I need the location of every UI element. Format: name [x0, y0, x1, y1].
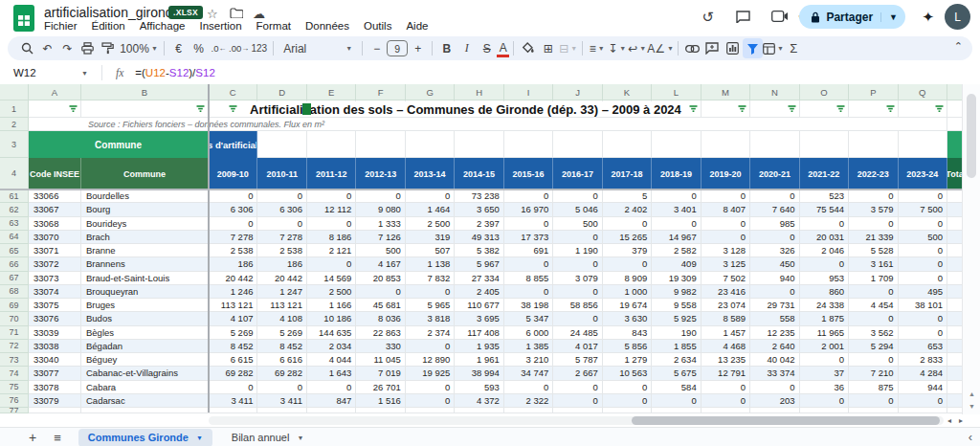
cell-F3[interactable]	[356, 131, 405, 158]
cell-N75[interactable]: 0	[750, 381, 799, 394]
cell-L62[interactable]: 3 401	[652, 203, 701, 216]
cell-Q77[interactable]	[899, 408, 947, 413]
undo-icon[interactable]: ↶	[37, 38, 57, 58]
cell-F69[interactable]: 45 681	[356, 299, 405, 312]
cell-H72[interactable]: 1 935	[455, 340, 503, 353]
cell-K68[interactable]: 1 000	[603, 285, 652, 299]
row-header-69[interactable]: 69	[0, 299, 29, 312]
row-header-70[interactable]: 70	[0, 312, 29, 325]
header-year-2020-21[interactable]: 2020-21	[750, 158, 799, 190]
cell-Q75[interactable]: 944	[899, 381, 947, 394]
col-header-I[interactable]: I	[504, 84, 553, 100]
cell-R64[interactable]	[947, 231, 963, 244]
cell-M74[interactable]: 12 791	[702, 367, 750, 380]
cell-O69[interactable]: 24 338	[800, 299, 849, 312]
cell-A63[interactable]: 33068	[29, 217, 81, 231]
cell-H76[interactable]: 4 372	[455, 394, 503, 408]
col-header-B[interactable]: B	[81, 84, 209, 100]
cell-R69[interactable]	[947, 299, 963, 312]
col-header-H[interactable]: H	[455, 84, 503, 100]
cell-J61[interactable]: 0	[553, 190, 602, 203]
row-header-63[interactable]: 63	[0, 217, 29, 231]
menu-données[interactable]: Données	[305, 20, 349, 32]
filter-icon[interactable]	[196, 104, 205, 113]
cell-M64[interactable]: 0	[702, 231, 750, 244]
cell-I76[interactable]: 2 322	[504, 394, 553, 408]
cell-I62[interactable]: 16 970	[504, 203, 553, 216]
cell-N62[interactable]: 7 640	[750, 203, 799, 216]
cell-P64[interactable]: 21 339	[849, 231, 898, 244]
header-year-2010-11[interactable]: 2010-11	[257, 158, 306, 190]
cell-D70[interactable]: 4 108	[257, 312, 306, 325]
col-header-P[interactable]: P	[849, 84, 898, 100]
cell-I65[interactable]: 691	[504, 244, 553, 257]
cell-I67[interactable]: 8 855	[504, 272, 553, 285]
cell-C70[interactable]: 4 107	[209, 312, 257, 325]
cell-K65[interactable]: 379	[603, 244, 652, 257]
cell-P68[interactable]: 0	[849, 285, 898, 299]
add-sheet-icon[interactable]: +	[29, 430, 36, 445]
cell-C75[interactable]: 0	[209, 381, 257, 394]
cell-N76[interactable]: 203	[750, 394, 799, 408]
cell-J77[interactable]	[553, 408, 602, 413]
cell-I68[interactable]: 0	[504, 285, 553, 299]
header-year-2021-22[interactable]: 2021-22	[800, 158, 849, 190]
currency-format-button[interactable]: €	[168, 38, 189, 58]
decrease-font-button[interactable]: −	[367, 38, 387, 58]
cell-L72[interactable]: 1 855	[652, 340, 701, 353]
cell-J74[interactable]: 2 667	[553, 367, 602, 380]
cell-E70[interactable]: 10 186	[307, 312, 356, 325]
cell-E76[interactable]: 847	[307, 394, 356, 408]
header-year-2018-19[interactable]: 2018-19	[652, 158, 701, 190]
cell-L64[interactable]: 14 967	[652, 231, 701, 244]
menu-insertion[interactable]: Insertion	[199, 20, 241, 32]
cell-P3[interactable]	[849, 131, 898, 158]
cell-J68[interactable]: 0	[553, 285, 602, 299]
cell-L67[interactable]: 19 309	[652, 272, 701, 285]
cell-Q1[interactable]	[899, 100, 947, 118]
cell-B61[interactable]: Bourdelles	[81, 190, 209, 203]
cell-A65[interactable]: 33071	[29, 244, 81, 257]
cell-M3[interactable]	[702, 131, 750, 158]
cell-L74[interactable]: 5 675	[652, 367, 701, 380]
cell-B63[interactable]: Bourideys	[81, 217, 209, 231]
cell-O68[interactable]: 860	[800, 285, 849, 299]
cell-A71[interactable]: 33039	[29, 326, 81, 340]
cell-M62[interactable]: 8 407	[702, 203, 750, 216]
cell-R77[interactable]	[947, 408, 962, 413]
cell-R63[interactable]	[947, 217, 963, 231]
cell-M63[interactable]: 0	[702, 217, 750, 231]
merge-cells-icon[interactable]: ⊟▼	[558, 38, 578, 58]
cell-F73[interactable]: 11 045	[356, 353, 405, 367]
cell-R61[interactable]	[947, 190, 963, 203]
cell-G73[interactable]: 12 890	[406, 353, 455, 367]
cell-I74[interactable]: 34 747	[504, 367, 553, 380]
row-header-67[interactable]: 67	[0, 272, 29, 285]
tab-communes-gironde[interactable]: Communes Gironde ▼	[78, 429, 212, 446]
cell-P74[interactable]: 7 210	[849, 367, 898, 380]
scroll-right-icon[interactable]: ▸	[959, 416, 963, 425]
menu-outils[interactable]: Outils	[364, 20, 391, 32]
increase-font-button[interactable]: +	[408, 38, 428, 58]
version-history-icon[interactable]: ↺	[702, 9, 714, 26]
row-header-3[interactable]: 3	[0, 131, 29, 158]
cell-Q64[interactable]: 500	[899, 231, 947, 244]
cell-K72[interactable]: 5 856	[603, 340, 652, 353]
cell-H68[interactable]: 2 405	[455, 285, 503, 299]
filter-icon[interactable]	[886, 104, 895, 113]
cell-B75[interactable]: Cabara	[81, 381, 209, 394]
cell-Q74[interactable]: 4 284	[899, 367, 947, 380]
cell-C65[interactable]: 2 538	[209, 244, 257, 257]
cell-J75[interactable]: 0	[553, 381, 602, 394]
vertical-scrollbar[interactable]: ▲ ▼	[962, 84, 980, 414]
scroll-left-icon[interactable]: ◂	[947, 416, 951, 425]
cell-M1[interactable]	[702, 100, 750, 118]
menu-aide[interactable]: Aide	[406, 20, 428, 32]
cell-N67[interactable]: 940	[750, 272, 799, 285]
cell-O66[interactable]: 0	[800, 257, 849, 271]
cell-G66[interactable]: 1 138	[406, 257, 455, 271]
header-year-2017-18[interactable]: 2017-18	[603, 158, 652, 190]
meet-video-icon[interactable]	[771, 11, 792, 22]
cell-L70[interactable]: 5 925	[652, 312, 701, 325]
cell-N65[interactable]: 326	[750, 244, 799, 257]
